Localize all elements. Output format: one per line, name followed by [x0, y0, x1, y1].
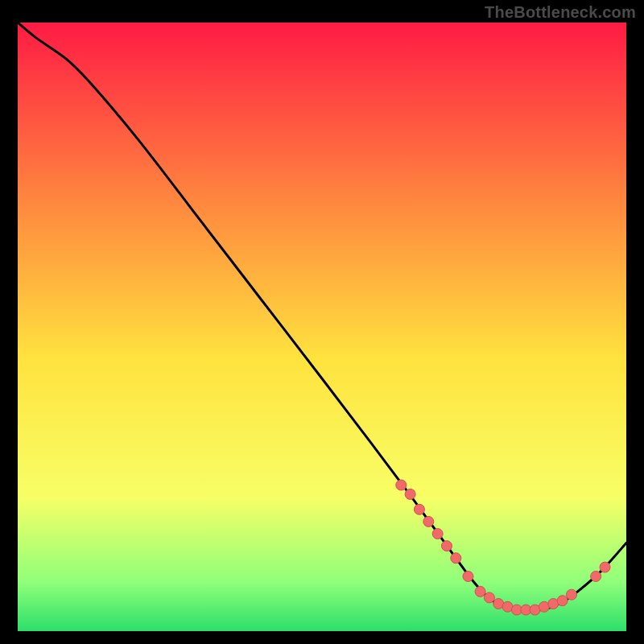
data-marker	[396, 480, 407, 490]
watermark-text: TheBottleneck.com	[485, 3, 636, 22]
data-marker	[591, 571, 601, 581]
data-marker	[405, 489, 415, 499]
data-marker	[441, 541, 452, 551]
chart-frame: TheBottleneck.com	[0, 0, 644, 644]
data-marker	[475, 586, 485, 597]
data-marker	[414, 504, 424, 514]
bottleneck-chart	[18, 23, 626, 631]
plot-area	[18, 23, 626, 631]
data-marker	[451, 553, 461, 564]
data-marker	[484, 592, 494, 603]
data-marker	[600, 562, 610, 572]
data-marker	[432, 529, 443, 539]
data-marker	[463, 571, 473, 581]
data-marker	[423, 516, 434, 526]
gradient-background	[18, 23, 626, 631]
data-marker	[566, 589, 576, 600]
data-marker	[557, 596, 568, 606]
